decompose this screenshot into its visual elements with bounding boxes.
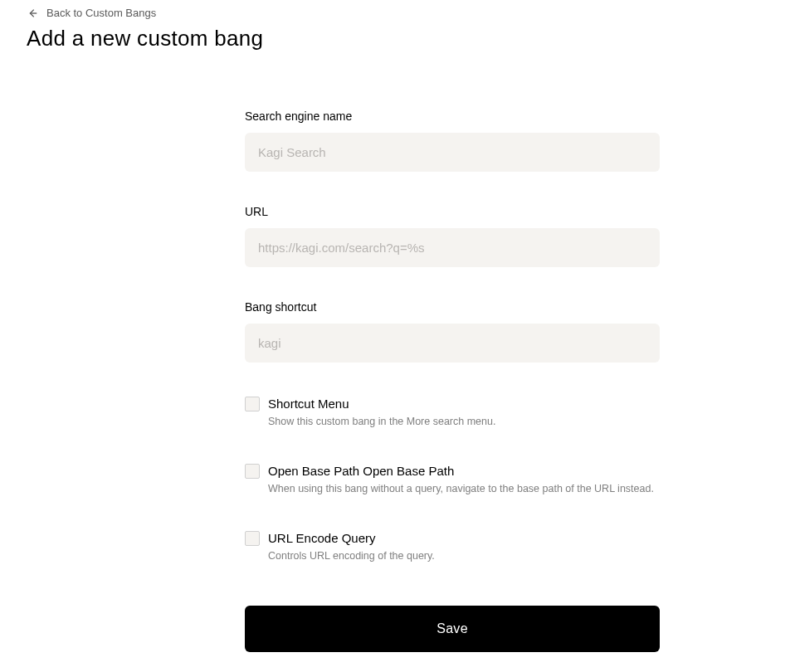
open-base-path-description: When using this bang without a query, na… (268, 482, 660, 497)
bang-shortcut-input[interactable] (245, 324, 660, 363)
url-encode-label: URL Encode Query (268, 530, 660, 547)
save-button[interactable]: Save (245, 606, 660, 652)
open-base-path-checkbox[interactable] (245, 464, 260, 479)
shortcut-menu-description: Show this custom bang in the More search… (268, 415, 660, 430)
arrow-left-icon (27, 7, 38, 19)
url-label: URL (245, 205, 660, 218)
url-encode-description: Controls URL encoding of the query. (268, 549, 660, 564)
search-engine-input[interactable] (245, 133, 660, 172)
back-link[interactable]: Back to Custom Bangs (27, 7, 156, 19)
back-link-label: Back to Custom Bangs (46, 7, 156, 19)
url-encode-checkbox[interactable] (245, 531, 260, 546)
search-engine-label: Search engine name (245, 110, 660, 123)
open-base-path-label: Open Base Path Open Base Path (268, 463, 660, 480)
shortcut-menu-label: Shortcut Menu (268, 396, 660, 412)
custom-bang-form: Search engine name URL Bang shortcut Sho… (245, 110, 660, 652)
shortcut-menu-checkbox[interactable] (245, 397, 260, 411)
url-input[interactable] (245, 228, 660, 267)
page-title: Add a new custom bang (27, 26, 768, 51)
bang-shortcut-label: Bang shortcut (245, 300, 660, 314)
